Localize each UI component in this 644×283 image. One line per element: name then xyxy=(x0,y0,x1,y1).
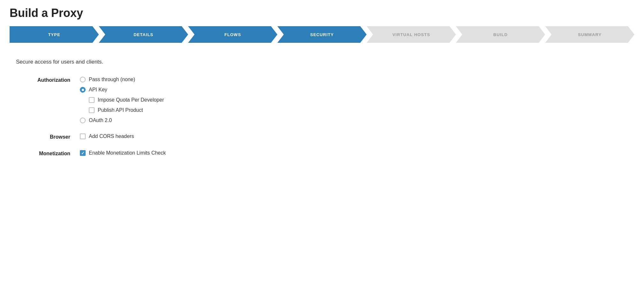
stepper: TYPEDETAILSFLOWSSECURITYVIRTUAL HOSTSBUI… xyxy=(10,26,634,43)
api-key-sub-options: Impose Quota Per Developer Publish API P… xyxy=(80,97,164,113)
radio-pass-through[interactable]: Pass through (none) xyxy=(80,77,164,82)
radio-pass-through-label: Pass through (none) xyxy=(89,77,135,82)
monetization-section: Monetization Enable Monetization Limits … xyxy=(16,150,634,157)
checkbox-cors-label: Add CORS headers xyxy=(89,134,134,139)
step-summary[interactable]: SUMMARY xyxy=(545,26,634,43)
checkbox-monetization-input[interactable] xyxy=(80,150,86,156)
checkbox-cors-input[interactable] xyxy=(80,134,86,139)
browser-label: Browser xyxy=(16,134,80,140)
radio-pass-through-input[interactable] xyxy=(80,77,86,82)
authorization-controls: Pass through (none) API Key Impose Quota… xyxy=(80,77,164,123)
authorization-label: Authorization xyxy=(16,77,80,83)
page-title: Build a Proxy xyxy=(10,6,634,20)
step-type[interactable]: TYPE xyxy=(10,26,99,43)
radio-oauth[interactable]: OAuth 2.0 xyxy=(80,118,164,123)
step-virtual-hosts[interactable]: VIRTUAL HOSTS xyxy=(367,26,456,43)
checkbox-cors[interactable]: Add CORS headers xyxy=(80,134,134,139)
main-content: Secure access for users and clients. Aut… xyxy=(10,56,634,157)
section-description: Secure access for users and clients. xyxy=(16,59,634,65)
step-flows[interactable]: FLOWS xyxy=(188,26,277,43)
checkbox-publish-input[interactable] xyxy=(89,107,95,113)
browser-controls: Add CORS headers xyxy=(80,134,134,139)
checkbox-quota[interactable]: Impose Quota Per Developer xyxy=(89,97,164,103)
checkbox-monetization[interactable]: Enable Monetization Limits Check xyxy=(80,150,166,156)
checkbox-quota-input[interactable] xyxy=(89,97,95,103)
step-details[interactable]: DETAILS xyxy=(99,26,188,43)
checkbox-quota-label: Impose Quota Per Developer xyxy=(98,97,164,103)
checkbox-monetization-label: Enable Monetization Limits Check xyxy=(89,150,166,156)
browser-section: Browser Add CORS headers xyxy=(16,134,634,140)
checkbox-publish[interactable]: Publish API Product xyxy=(89,107,164,113)
radio-oauth-input[interactable] xyxy=(80,118,86,123)
radio-api-key[interactable]: API Key xyxy=(80,87,164,93)
radio-oauth-label: OAuth 2.0 xyxy=(89,118,112,123)
checkbox-publish-label: Publish API Product xyxy=(98,107,143,113)
step-security[interactable]: SECURITY xyxy=(277,26,366,43)
monetization-label: Monetization xyxy=(16,150,80,157)
authorization-section: Authorization Pass through (none) API Ke… xyxy=(16,77,634,123)
radio-api-key-label: API Key xyxy=(89,87,107,93)
radio-api-key-input[interactable] xyxy=(80,87,86,93)
monetization-controls: Enable Monetization Limits Check xyxy=(80,150,166,156)
step-build[interactable]: BUILD xyxy=(456,26,545,43)
